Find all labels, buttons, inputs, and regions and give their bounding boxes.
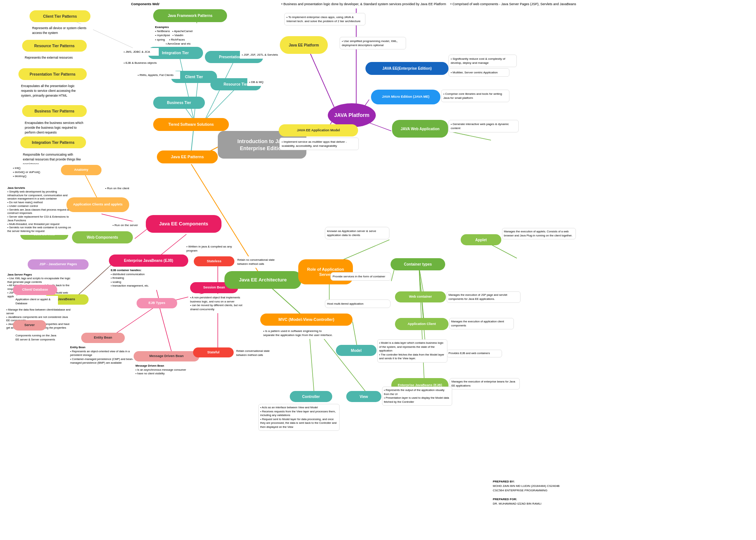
client-tier-patterns-node: Client Tier Patterns [30,10,90,22]
resource-tier-desc: Represents the external resources [23,53,86,62]
host-multi-tiered-desc: Host multi-tiered application [325,300,391,308]
stateful-desc: Retain conversational state between meth… [234,347,282,359]
integration-tier-patterns-node: Integration Tier Patterns [20,136,86,148]
presentation-tier-desc: Encapsulates all the presentation logic … [19,82,87,100]
java-platform-node: JAVA Platform [328,103,376,127]
rmi-label: • RMIs, Applets, Fat Clients [136,71,180,79]
known-as-desc: knowan as Application server & serve app… [325,227,389,239]
java-ee-patterns-node: Java EE Patterns [157,150,218,163]
message-driven-bean-node: Message Driven Bean [134,351,199,361]
controller-node: Controller [290,391,332,402]
simplified-prog-desc: • Use simplified programming model, XML,… [340,37,406,49]
controller-desc: • Acts as an interface between View and … [258,404,340,431]
business-tier-node: Business Tier [153,97,205,109]
java-web-app-node: JAVA Web Application [392,120,448,138]
entity-bean-node: Entity Bean [81,333,125,343]
anatomy-node: Anatomy [61,165,102,175]
mvc-desc: • Is a pattern used in software engineer… [261,327,335,339]
container-types-node: Container types [391,258,445,270]
svg-line-2 [179,55,194,120]
comprised-web-comp-desc: • Comprised of web components - Java Ser… [449,0,578,8]
java-ee-enterprise-node: JAVA EE(Enterprise Edition) [365,62,449,75]
jsp-node: JSP - JavaServer Pages [28,259,89,270]
generate-web-desc: • Generate interactive web pages & dynam… [449,120,519,132]
java-ee-server-desc: Provides EJB and web containers [447,350,502,357]
java-framework-patterns-node: Java Framework Patterns [153,9,227,22]
presentation-tier-patterns-node: Presentation Tier Patterns [18,68,87,80]
stateful-node: Stateful [193,347,234,357]
run-client-label: • Run on the client [103,184,148,192]
java-ee-platform-node: Java EE Platform [280,36,328,54]
entity-bean-desc: Entity Bean • Represents an object-orien… [68,344,140,367]
client-database-node: Client/ Database [13,285,57,295]
java-ee-architecture-node: Java EE Architecture [224,271,301,289]
svg-line-38 [159,304,172,352]
java-ee-components-node: Java EE Components [146,215,221,233]
db-label: • DB & MQ [247,78,277,86]
svg-line-30 [307,47,334,107]
web-container-node: Web container [395,291,446,302]
view-desc: • Represents the output of the applicati… [382,387,452,406]
applet-desc: Manages the execution of applets. Consis… [502,228,576,239]
model-node: Model [336,345,377,356]
resource-tier-patterns-node: Resource Tier Patterns [22,40,87,52]
written-java: • Written in java & compiled as any prog… [185,243,240,255]
message-driven-desc: Message Driven Bean • Is an asynchronous… [134,362,200,378]
web-comp-bullet: Components Web' [129,0,162,8]
app-client-desc: Manages the execution of application cli… [449,318,514,329]
server-desc: Components running on the Java EE server… [14,332,62,343]
ejb-types-node: EJB Types [137,298,177,308]
app-clients-node: Application Clients and applets [66,197,129,212]
mindmap-container: Introduction to Java Enterprise Edition … [0,0,756,540]
svg-line-6 [205,86,238,120]
java-ee-app-model-node: JAVA EE Application Model [279,124,358,136]
business-tier-desc: Encapsulates the business services which… [23,119,87,137]
framework-examples: Examples • NetBeans • ApacheCamel • myec… [153,23,264,48]
view-node: View [346,391,381,402]
client-tier-desc: Represents all device or system clients … [30,24,93,37]
model-desc: • Model is a data layer which contains b… [377,339,447,363]
web-components-node: Web Components [72,231,133,243]
app-model-desc: • Implement service as multilier apps th… [279,138,359,150]
mvc-node: MVC (Model-View-Controller) [260,314,353,326]
svg-line-34 [450,132,491,140]
web-container-desc: Manages the execution of JSP page and se… [447,291,520,303]
session-bean-desc: • A non-persistent object that implement… [188,294,249,313]
java-ee-platform-desc: • To implement enterprise class apps, us… [284,13,365,25]
stateless-desc: Retain no conversational state between m… [236,256,284,268]
multitier-server-desc: • Multitier, Server centric Application [449,68,509,77]
anatomy-bullets: • init()• doGet() or doPost()• destroy() [11,164,59,180]
jms-label: • JMS, JDBC & JCA [122,48,159,56]
ejb-handles: EJB container handles: • distributed com… [109,267,183,290]
applet-node: Applet [461,234,501,245]
tiered-software-node: Tiered Software Solutions [153,118,229,131]
provide-services-desc: Provide services in the form of containe… [330,272,391,281]
ejb-container-desc: Manages the execution of enterprise bean… [450,378,520,390]
java-me-node: JAVA Micro Edition (JAVA ME) [371,90,440,104]
client-database-desc: Application client or applet & Database [14,296,58,307]
ejb-business-label: • EJB & Business objects [122,59,166,67]
comprise-core-desc: • Comprise core libraries and tools for … [441,90,509,102]
biz-pres-logic-desc: • Business and presentation logic done b… [279,0,448,8]
server-node: Server [13,320,46,330]
business-tier-patterns-node: Business Tier Patterns [22,105,87,117]
ejb-node: Enterprise JavaBeans (EJB) [109,255,188,267]
stateless-node: Stateless [194,256,234,266]
prepared-by: PREPARED BY: MOHD ZAIN BIN MD LUDIN (201… [491,478,613,508]
reduce-cost-desc: • Significantly reduce cost & complexity… [449,55,517,67]
java-servlets-desc: Java Servlets • Simplify web development… [6,184,74,235]
app-client-container-node: Application Client [395,318,449,330]
